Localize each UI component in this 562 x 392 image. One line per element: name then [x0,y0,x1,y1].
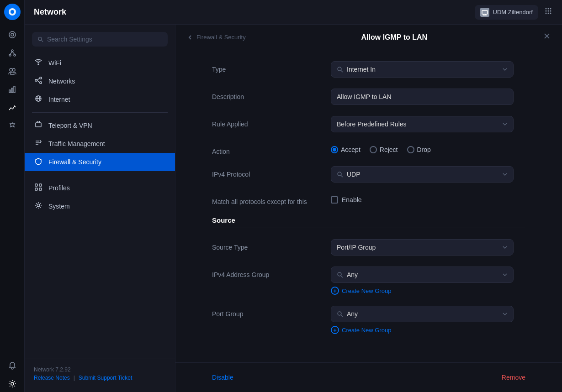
sidebar-item-system[interactable]: System [25,197,175,215]
match-all-checkbox-row: Enable [331,193,514,204]
protocol-search-icon [337,171,343,178]
grid-menu-icon[interactable] [544,6,553,18]
svg-line-52 [341,276,343,278]
rule-applied-control: Before Predefined Rules [331,116,514,132]
sidebar-item-firewall-security[interactable]: Firewall & Security [25,153,175,171]
svg-line-29 [42,40,43,42]
source-type-value: Port/IP Group [337,244,498,251]
svg-point-24 [550,10,551,12]
sidebar-item-internet[interactable]: Internet [25,90,175,109]
svg-point-30 [38,64,39,65]
breadcrumb: Firewall & Security [196,34,246,41]
svg-point-27 [550,13,551,14]
top-header: Network UDM Ziltendorf [25,0,562,25]
rule-applied-value: Before Predefined Rules [337,120,498,128]
search-icon [37,36,43,42]
reject-label: Reject [380,146,398,153]
nav-dashboard[interactable] [4,26,21,43]
source-type-select[interactable]: Port/IP Group [331,239,514,256]
sidebar-item-traffic-management[interactable]: Traffic Management [25,135,175,153]
search-input-wrap[interactable] [32,32,168,47]
form-row-port-group: Port Group Any + [212,306,525,334]
device-name: UDM Ziltendorf [493,9,533,16]
svg-point-25 [546,13,547,14]
svg-line-7 [10,52,12,54]
panel-back-button[interactable]: Firewall & Security [186,34,246,41]
internet-icon [34,95,43,104]
svg-rect-43 [39,188,42,190]
match-all-label: Match all protocols except for this [212,193,313,205]
svg-point-44 [37,204,40,207]
source-divider [212,228,525,228]
remove-button[interactable]: Remove [502,370,525,385]
device-badge[interactable]: UDM Ziltendorf [475,5,538,20]
footer-links: Release Notes | Submit Support Ticket [34,375,166,381]
svg-rect-31 [35,79,37,81]
ipv4-protocol-value: UDP [347,171,498,178]
sidebar-item-profiles[interactable]: Profiles [25,179,175,197]
release-notes-link[interactable]: Release Notes [34,375,70,381]
svg-point-4 [11,50,13,52]
sidebar-item-teleport-vpn[interactable]: Teleport & VPN [25,116,175,135]
svg-line-48 [341,71,343,73]
accept-radio-circle [331,146,338,153]
action-accept[interactable]: Accept [331,146,361,153]
svg-line-35 [37,80,40,83]
sidebar-item-wifi[interactable]: WiFi [25,54,175,72]
vpn-icon [34,121,43,130]
support-ticket-link[interactable]: Submit Support Ticket [79,375,132,381]
sidebar-teleport-label: Teleport & VPN [48,122,92,129]
nav-topology[interactable] [4,45,21,61]
version-text: Network 7.2.92 [34,366,166,373]
rule-applied-select[interactable]: Before Predefined Rules [331,116,514,132]
search-input[interactable] [47,36,162,43]
svg-point-47 [338,67,341,71]
nav-alerts[interactable] [4,118,21,134]
traffic-icon [34,139,43,148]
app-logo[interactable] [4,4,21,20]
action-drop[interactable]: Drop [407,146,431,153]
port-group-control: Any + Create New Group [331,306,514,334]
create-port-group-link[interactable]: + Create New Group [331,326,514,334]
create-port-group-label: Create New Group [342,327,391,334]
svg-point-19 [546,8,547,10]
type-dropdown-icon [502,67,508,72]
sidebar-wifi-label: WiFi [48,59,61,67]
svg-rect-32 [40,77,42,79]
system-icon [34,202,43,211]
action-reject[interactable]: Reject [370,146,398,153]
ipv4-protocol-select[interactable]: UDP [331,166,514,183]
source-type-dropdown-icon [502,245,508,250]
create-port-group-plus-icon: + [331,326,339,334]
form-row-description: Description [212,89,525,105]
panel-close-button[interactable] [543,32,551,42]
action-radio-group: Accept Reject Drop [331,143,514,153]
networks-icon [34,77,43,86]
create-address-group-link[interactable]: + Create New Group [331,287,514,295]
nav-statistics[interactable] [4,81,21,98]
svg-point-20 [548,8,549,10]
svg-rect-15 [482,10,488,14]
nav-settings[interactable] [4,376,21,392]
panel-body: Type Internet In [175,50,562,362]
create-address-group-label: Create New Group [342,287,391,294]
ipv4-address-group-select[interactable]: Any [331,267,514,283]
wifi-icon [34,58,43,68]
nav-notifications[interactable] [4,357,21,374]
ipv4-protocol-label: IPv4 Protocol [212,166,313,178]
nav-analytics[interactable] [4,99,21,116]
port-group-select[interactable]: Any [331,306,514,322]
type-select[interactable]: Internet In [331,61,514,78]
match-all-checkbox[interactable] [331,196,338,204]
svg-rect-33 [40,82,42,84]
create-address-group-plus-icon: + [331,287,339,295]
disable-button[interactable]: Disable [212,370,233,385]
nav-clients[interactable] [4,63,21,79]
description-input[interactable] [331,89,514,105]
form-row-type: Type Internet In [212,61,525,78]
type-label: Type [212,61,313,73]
ipv4-protocol-control: UDP [331,166,514,183]
sidebar-item-networks[interactable]: Networks [25,72,175,90]
form-row-source-type: Source Type Port/IP Group [212,239,525,256]
address-group-search-icon [337,272,343,278]
